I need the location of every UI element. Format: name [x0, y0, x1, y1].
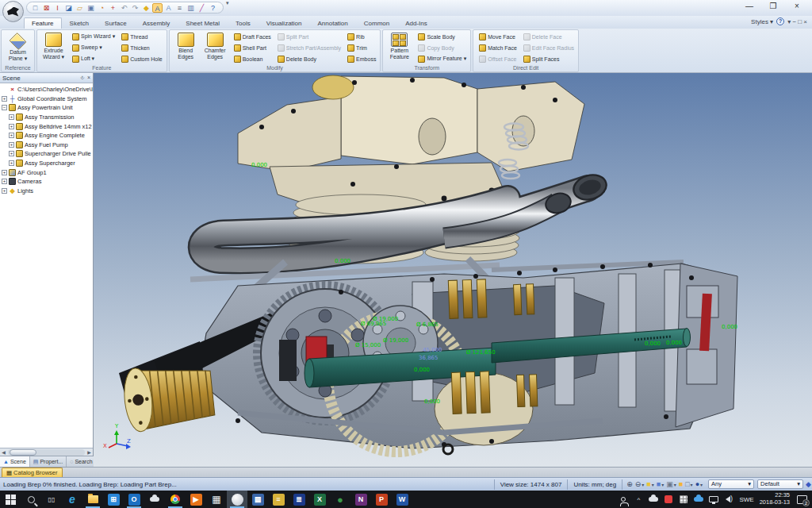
viewport-3d[interactable]: 0,0000,000Ø 19,000Ø 69,965Ø 6,865Ø 19,00…: [94, 73, 812, 467]
start-button-icon[interactable]: [0, 491, 21, 508]
catalog-browser-tab[interactable]: ▦ Catalog Browser: [2, 468, 63, 477]
ribbon-button-mirror-feature[interactable]: Mirror Feature ▾: [416, 53, 469, 64]
onedrive-icon[interactable]: [144, 491, 165, 508]
viewport-3d-scene[interactable]: [94, 73, 812, 467]
import-icon[interactable]: ⊠: [41, 3, 52, 13]
tree-item[interactable]: +Assy Fuel Pump: [0, 140, 93, 150]
powerpoint-icon[interactable]: P: [371, 491, 392, 508]
panel-tab-scene[interactable]: ▲Scene: [0, 456, 30, 467]
tab-add-ins[interactable]: Add-Ins: [397, 17, 435, 29]
ribbon-button-sweep[interactable]: Sweep ▾: [70, 42, 117, 53]
draft-cube-icon[interactable]: ■▾: [645, 479, 654, 490]
render-sphere-icon[interactable]: ●▾: [695, 479, 703, 490]
tray-app-grid-icon[interactable]: [679, 495, 688, 503]
help-icon[interactable]: ?: [208, 3, 218, 13]
ribbon-button-pattern-feature[interactable]: Pattern Feature: [385, 31, 414, 60]
console-icon[interactable]: ≣: [289, 491, 309, 508]
tab-feature[interactable]: Feature: [24, 17, 62, 29]
tree-expander-icon[interactable]: +: [9, 142, 14, 148]
clock[interactable]: 22:35 2018-03-13: [760, 492, 790, 506]
file-explorer-icon[interactable]: [82, 491, 103, 508]
color-picker-icon[interactable]: ╱: [197, 3, 207, 13]
tree-item[interactable]: +┼Global Coordinate System: [0, 94, 93, 104]
panel-tab-search[interactable]: ◌Search: [67, 456, 96, 467]
triball-icon[interactable]: ◆: [141, 3, 151, 13]
microsoft-store-icon[interactable]: ⊞: [103, 491, 124, 508]
ribbon-button-datum-plane[interactable]: Datum Plane ▾: [3, 31, 33, 62]
search-button-icon[interactable]: [21, 491, 41, 508]
tab-surface[interactable]: Surface: [97, 17, 135, 29]
tray-cloud-blue-icon[interactable]: [694, 497, 703, 502]
tab-assembly[interactable]: Assembly: [135, 17, 178, 29]
property-list-icon[interactable]: ≡: [174, 3, 185, 13]
action-center-icon[interactable]: 2: [797, 495, 807, 504]
ribbon-button-move-face[interactable]: Move Face: [477, 31, 519, 42]
ribbon-button-thread[interactable]: Thread: [119, 31, 164, 42]
tree-item[interactable]: ×C:\Users\Charley\OneDrive\Iron: [0, 85, 93, 94]
edge-icon[interactable]: e: [62, 491, 82, 508]
tab-common[interactable]: Common: [356, 17, 397, 29]
ribbon-button-match-face[interactable]: Match Face: [477, 42, 519, 53]
ribbon-button-shell-part[interactable]: Shell Part: [232, 42, 274, 53]
scroll-right-icon[interactable]: ▶: [86, 449, 93, 455]
ribbon-button-split-faces[interactable]: Split Faces: [521, 53, 576, 64]
ribbon-button-rib[interactable]: Rib: [345, 31, 378, 42]
copy-icon[interactable]: ▥: [186, 3, 196, 13]
onedrive-tray-icon[interactable]: [649, 497, 658, 502]
tree-expander-icon[interactable]: +: [9, 160, 14, 166]
options-icon[interactable]: ◔: [97, 3, 107, 13]
ribbon-button-blend-edges[interactable]: Blend Edges: [171, 31, 201, 60]
ribbon-button-delete-body[interactable]: Delete Body: [275, 53, 343, 64]
tree-expander-icon[interactable]: +: [2, 188, 7, 194]
tree-item[interactable]: +Assy Supercharger: [0, 159, 93, 168]
show-hidden-icons[interactable]: ^: [634, 496, 643, 503]
ribbon-button-emboss[interactable]: Emboss: [345, 53, 378, 64]
qat-customize-icon[interactable]: ▾: [226, 0, 229, 6]
excel-icon[interactable]: X: [309, 491, 330, 508]
language-indicator[interactable]: SWE: [739, 496, 753, 503]
tab-sheet-metal[interactable]: Sheet Metal: [178, 17, 228, 29]
camera-view-icon[interactable]: ▣▾: [665, 479, 677, 490]
panel-close-icon[interactable]: ×: [87, 75, 90, 81]
word-icon[interactable]: W: [392, 491, 412, 508]
volume-icon[interactable]: [724, 496, 733, 502]
tree-expander-icon[interactable]: +: [9, 114, 14, 120]
add-catalog-icon[interactable]: +: [108, 3, 118, 13]
export-icon[interactable]: I: [52, 3, 63, 13]
selection-filter-dropdown[interactable]: Any▾: [708, 479, 754, 489]
ribbon-button-loft[interactable]: Loft ▾: [70, 53, 117, 64]
tree-expander-icon[interactable]: +: [2, 179, 7, 184]
new-scene-icon[interactable]: □: [30, 3, 40, 13]
calendar-icon[interactable]: ▦: [206, 491, 227, 508]
tree-expander-icon[interactable]: +: [9, 151, 14, 156]
tree-item[interactable]: +Assy Beltdrive 14mm x12: [0, 121, 93, 131]
scene-structure-icon[interactable]: ◆: [805, 479, 812, 490]
redo-icon[interactable]: ↷: [130, 3, 140, 13]
tree-item[interactable]: +◆Lights: [0, 187, 93, 196]
ribbon-button-boolean[interactable]: Boolean: [232, 53, 274, 64]
ironcad-app-logo-icon[interactable]: [2, 1, 24, 22]
tab-sketch[interactable]: Sketch: [62, 17, 97, 29]
ribbon-button-thicken[interactable]: Thicken: [119, 42, 164, 53]
tree-expander-icon[interactable]: +: [2, 170, 7, 175]
tab-tools[interactable]: Tools: [228, 17, 259, 29]
wireframe-cube-icon[interactable]: □▾: [684, 479, 693, 490]
outlook-icon[interactable]: O: [124, 491, 144, 508]
tree-item[interactable]: +Cameras: [0, 177, 93, 187]
close-button[interactable]: ×: [785, 0, 809, 13]
tree-item[interactable]: +Supercharger Drive Pulle: [0, 149, 93, 159]
pin-icon[interactable]: ⎀: [80, 75, 85, 81]
ribbon-button-chamfer-edges[interactable]: Chamfer Edges: [201, 31, 230, 60]
ribbon-button-draft-faces[interactable]: Draft Faces: [232, 31, 274, 42]
tree-item[interactable]: −Assy Powertrain Unit: [0, 103, 93, 113]
contacts-icon[interactable]: ≡: [268, 491, 289, 508]
help-icon[interactable]: ?: [776, 17, 784, 25]
tree-expander-icon[interactable]: −: [2, 105, 7, 110]
edit-sheet-icon[interactable]: ◪: [63, 3, 74, 13]
zoom-in-icon[interactable]: ⊕: [626, 479, 634, 490]
chrome-icon[interactable]: [165, 491, 186, 508]
tree-expander-icon[interactable]: +: [9, 133, 14, 138]
drawing-viewer-icon[interactable]: ▤: [247, 491, 268, 508]
render-config-dropdown[interactable]: Default▾: [757, 479, 803, 489]
onenote-icon[interactable]: N: [350, 491, 371, 508]
